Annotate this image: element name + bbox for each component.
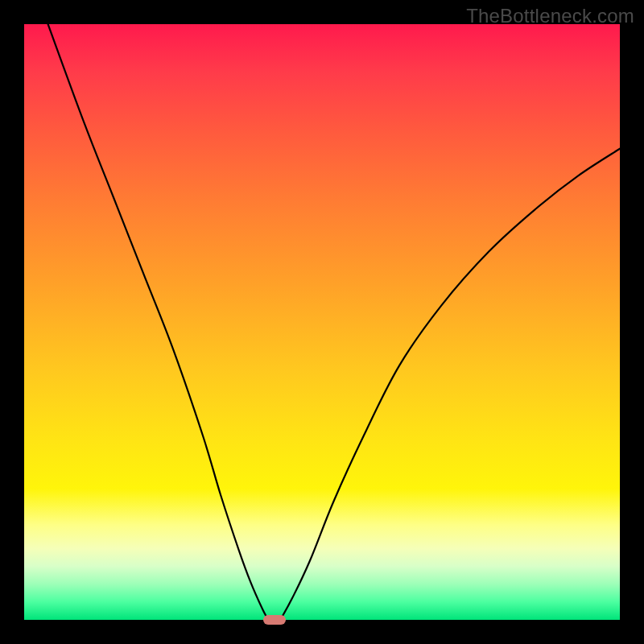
minimum-marker bbox=[263, 615, 286, 625]
watermark-text: TheBottleneck.com bbox=[466, 5, 634, 27]
bottleneck-curve-right bbox=[280, 149, 620, 620]
chart-stage: TheBottleneck.com bbox=[0, 0, 644, 644]
bottleneck-curve-left bbox=[48, 24, 269, 620]
curve-layer bbox=[24, 24, 620, 620]
plot-area bbox=[24, 24, 620, 620]
